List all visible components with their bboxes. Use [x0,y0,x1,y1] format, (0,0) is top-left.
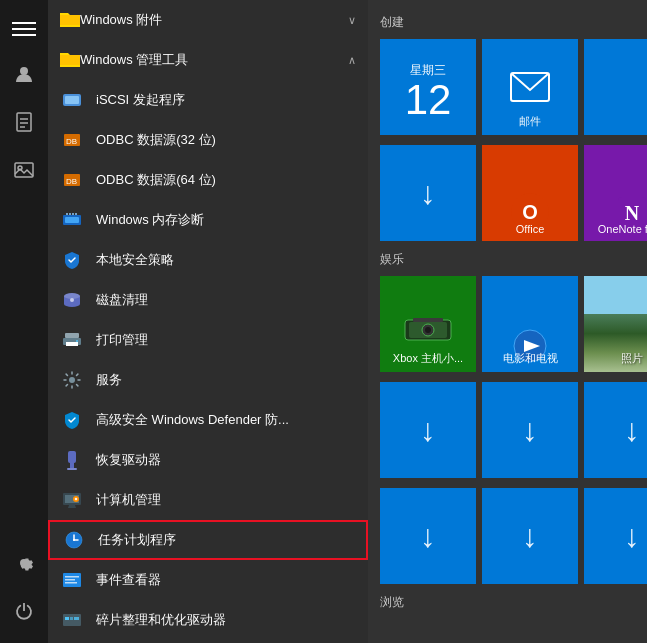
download-arrow-6: ↓ [522,518,538,555]
empty-tile-1[interactable] [584,39,647,135]
task-scheduler-label: 任务计划程序 [98,531,176,549]
photo-label: 照片 [584,351,647,366]
power-icon[interactable] [0,587,48,635]
memory-diag-label: Windows 内存诊断 [96,211,204,229]
svg-rect-44 [70,617,73,620]
svg-text:O: O [522,201,538,223]
download-tile-1[interactable]: ↓ [380,145,476,241]
computer-mgmt-label: 计算机管理 [96,491,161,509]
section-create-label: 创建 [380,14,635,31]
download-arrow-7: ↓ [624,518,640,555]
print-mgmt-item[interactable]: 打印管理 [48,320,368,360]
defrag-icon [60,608,84,632]
svg-point-22 [70,298,74,302]
windows-accessories-label: Windows 附件 [80,11,162,29]
svg-rect-8 [65,96,79,104]
defender-icon [60,408,84,432]
odbc32-icon: DB [60,128,84,152]
download-tile-2[interactable]: ↓ [380,382,476,478]
tiles-grid-create-row1: 星期三 12 邮件 [380,39,635,135]
svg-rect-28 [68,451,76,463]
movies-label: 电影和电视 [482,351,578,366]
tiles-area: 创建 星期三 12 邮件 ↓ O [368,0,647,643]
clock-icon [62,528,86,552]
services-item[interactable]: 服务 [48,360,368,400]
calendar-tile[interactable]: 星期三 12 [380,39,476,135]
download-tile-5[interactable]: ↓ [380,488,476,584]
sidebar [0,0,48,643]
image-icon[interactable] [0,146,48,194]
download-arrow-2: ↓ [420,412,436,449]
local-security-item[interactable]: 本地安全策略 [48,240,368,280]
svg-rect-39 [65,576,79,578]
services-gear-icon [60,368,84,392]
photo-tile[interactable]: 照片 [584,276,647,372]
download-tile-4[interactable]: ↓ [584,382,647,478]
windows-accessories-header[interactable]: Windows 附件 ∨ [48,0,368,40]
svg-rect-45 [74,617,79,620]
recovery-label: 恢复驱动器 [96,451,161,469]
office-tile[interactable]: O Office [482,145,578,241]
folder-icon2 [60,51,80,70]
usb-icon [60,448,84,472]
mail-label: 邮件 [482,114,578,129]
xbox-label: Xbox 主机小... [380,351,476,366]
document-icon[interactable] [0,98,48,146]
download-arrow-1: ↓ [420,175,436,212]
sidebar-bottom [0,539,48,643]
svg-rect-29 [70,463,74,468]
collapse-arrow: ∨ [348,14,356,27]
download-tile-3[interactable]: ↓ [482,382,578,478]
computer-mgmt-item[interactable]: 计算机管理 [48,480,368,520]
svg-point-26 [76,340,78,342]
odbc64-item[interactable]: DB ODBC 数据源(64 位) [48,160,368,200]
xbox-icon [403,310,453,346]
download-tile-7[interactable]: ↓ [584,488,647,584]
svg-rect-30 [67,468,77,470]
onenote-label: OneNote for... [584,223,647,235]
tiles-grid-entertainment-row3: ↓ ↓ ↓ [380,488,635,584]
iscsi-icon [60,88,84,112]
person-icon[interactable] [0,50,48,98]
svg-rect-60 [413,318,443,322]
task-scheduler-item[interactable]: 任务计划程序 [48,520,368,560]
svg-text:DB: DB [66,177,77,186]
odbc32-item[interactable]: DB ODBC 数据源(32 位) [48,120,368,160]
memory-diag-item[interactable]: Windows 内存诊断 [48,200,368,240]
download-tile-6[interactable]: ↓ [482,488,578,584]
download-arrow-4: ↓ [624,412,640,449]
tiles-grid-create-row2: ↓ O Office N OneNote for... [380,145,635,241]
xbox-tile[interactable]: Xbox 主机小... [380,276,476,372]
defender-item[interactable]: 高级安全 Windows Defender 防... [48,400,368,440]
movies-tile[interactable]: 电影和电视 [482,276,578,372]
svg-rect-41 [65,582,77,584]
svg-text:N: N [625,202,640,224]
defrag-label: 碎片整理和优化驱动器 [96,611,226,629]
odbc64-label: ODBC 数据源(64 位) [96,171,216,189]
disk-cleanup-label: 磁盘清理 [96,291,148,309]
iscsi-label: iSCSI 发起程序 [96,91,185,109]
onenote-tile[interactable]: N OneNote for... [584,145,647,241]
disk-cleanup-item[interactable]: 磁盘清理 [48,280,368,320]
iscsi-item[interactable]: iSCSI 发起程序 [48,80,368,120]
recovery-item[interactable]: 恢复驱动器 [48,440,368,480]
office-label: Office [482,223,578,235]
hamburger-button[interactable] [0,8,48,50]
windows-admin-header[interactable]: Windows 管理工具 ∧ [48,40,368,80]
app-list: Windows 附件 ∨ Windows 管理工具 ∧ iSCSI 发起程序 D… [48,0,368,643]
event-viewer-item[interactable]: 事件查看器 [48,560,368,600]
mail-tile[interactable]: 邮件 [482,39,578,135]
svg-rect-1 [17,113,31,131]
windows-admin-label: Windows 管理工具 [80,51,188,69]
svg-rect-43 [65,617,69,620]
sidebar-top [0,8,48,539]
defrag-item[interactable]: 碎片整理和优化驱动器 [48,600,368,640]
services-label: 服务 [96,371,122,389]
svg-rect-14 [65,217,79,223]
section-browse-label: 浏览 [380,594,635,611]
svg-point-59 [425,327,431,333]
day-num: 12 [405,79,452,121]
settings-icon[interactable] [0,539,48,587]
svg-point-0 [20,67,28,75]
folder-icon [60,11,80,30]
